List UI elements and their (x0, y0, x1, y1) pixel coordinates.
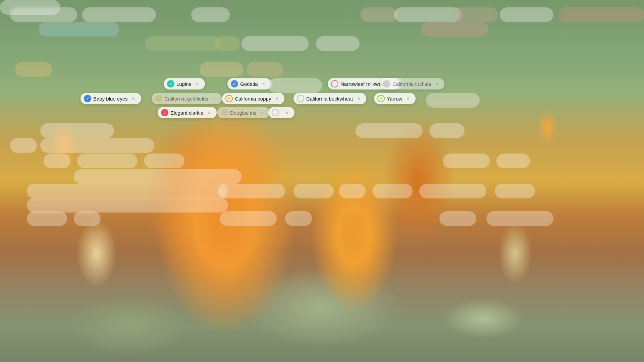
pill-lower-24[interactable] (439, 211, 476, 226)
pill-13[interactable] (241, 36, 309, 51)
pill-lower-2[interactable] (356, 123, 423, 138)
elegant-clarkia-icon (221, 109, 228, 116)
douglas-iris-icon (272, 109, 279, 116)
tag-narrowleaf-milkweed[interactable]: California fuchsia × (380, 78, 444, 89)
pill-lower-22[interactable] (220, 211, 277, 226)
california-buckwheat-icon (297, 95, 304, 102)
hummingbird-sage-label: Lupine (176, 81, 192, 87)
yarrow-label: Yarrow (387, 96, 402, 102)
pill-lower-5[interactable] (40, 138, 154, 153)
pill-lupine-godetia-gap[interactable] (268, 78, 322, 93)
pill-lower-20[interactable] (27, 211, 67, 226)
california-poppy-icon: ✦ (225, 95, 233, 102)
pill-10[interactable] (421, 22, 488, 37)
pill-lower-10[interactable] (27, 184, 228, 198)
pill-7[interactable] (500, 7, 553, 22)
pill-lower-4[interactable] (10, 138, 37, 153)
california-buckwheat-close[interactable]: × (356, 96, 362, 102)
pill-9[interactable] (39, 22, 119, 37)
pill-lower-19[interactable] (27, 198, 228, 213)
pill-lower-16[interactable] (495, 184, 535, 198)
california-fuchsia-close[interactable]: × (206, 110, 212, 116)
pill-11[interactable] (145, 36, 222, 51)
pill-8[interactable] (558, 7, 644, 22)
pill-lower-12[interactable] (293, 184, 334, 198)
narrowleaf-milkweed-icon (383, 80, 390, 87)
california-goldfields-icon (155, 95, 162, 102)
yarrow-close[interactable]: × (405, 96, 411, 102)
baby-blue-eyes-label: Baby blue eyes (93, 96, 128, 102)
pill-3[interactable] (191, 7, 230, 22)
baby-blue-eyes-close[interactable]: × (130, 96, 137, 102)
lupine-close[interactable]: × (261, 81, 267, 87)
pill-16[interactable] (200, 62, 243, 77)
tag-hummingbird-sage[interactable]: ✓ Lupine × (164, 78, 205, 89)
pill-lower-21[interactable] (74, 211, 101, 226)
lupine-icon: ✓ (231, 80, 238, 87)
pill-5[interactable] (394, 7, 461, 22)
california-fuchsia-icon: ✓ (161, 109, 168, 116)
tag-baby-blue-eyes[interactable]: ✓ Baby blue eyes × (80, 93, 141, 104)
narrowleaf-milkweed-label: California fuchsia (392, 81, 431, 87)
pill-lower-9[interactable] (74, 169, 241, 184)
tag-california-goldfields[interactable]: California goldfields × (152, 93, 222, 104)
pill-lower-14[interactable] (372, 184, 413, 198)
pill-lower-1[interactable] (40, 123, 114, 138)
pill-after-yarrow[interactable] (426, 93, 480, 108)
pill-lower-15[interactable] (419, 184, 486, 198)
pill-lower-3[interactable] (429, 123, 465, 138)
pill-lower-11[interactable] (218, 184, 285, 198)
pill-17[interactable] (247, 62, 283, 77)
pill-lower-17[interactable] (443, 154, 490, 168)
pill-lower-8[interactable] (144, 154, 184, 168)
yarrow-icon: ✦ (377, 95, 385, 102)
tag-douglas-iris[interactable]: × (268, 107, 294, 118)
pill-15[interactable] (15, 62, 52, 77)
pill-4[interactable] (361, 7, 397, 22)
california-fuchsia-label: Elegant clarkia (170, 110, 203, 116)
pill-lower-13[interactable] (339, 184, 366, 198)
california-buckwheat-label: California buckwheat (306, 96, 353, 102)
godetia-icon (331, 80, 338, 87)
baby-blue-eyes-icon: ✓ (84, 95, 91, 102)
pill-lower-7[interactable] (77, 154, 138, 168)
pill-lower-23[interactable] (285, 211, 312, 226)
california-poppy-label: California poppy (235, 96, 271, 102)
narrowleaf-milkweed-close[interactable]: × (434, 81, 440, 87)
pill-6[interactable] (0, 0, 60, 15)
pill-lower-25[interactable] (486, 211, 553, 226)
elegant-clarkia-close[interactable]: × (259, 110, 265, 116)
ui-layer: ✓ Lupine × ✓ Godetia × Narrowleaf milkwe… (0, 0, 644, 362)
california-goldfields-label: California goldfields (164, 96, 208, 102)
pill-2[interactable] (82, 7, 156, 22)
pill-lower-6[interactable] (44, 154, 70, 168)
tag-california-buckwheat[interactable]: California buckwheat × (293, 93, 366, 104)
douglas-iris-close[interactable]: × (284, 110, 290, 116)
elegant-clarkia-label: Douglas iris (230, 110, 256, 116)
pill-14[interactable] (316, 36, 360, 51)
pill-6b[interactable] (453, 7, 498, 22)
hummingbird-sage-close[interactable]: × (194, 81, 200, 87)
hummingbird-sage-icon: ✓ (167, 80, 174, 87)
lupine-label: Godetia (240, 81, 258, 87)
tag-california-poppy[interactable]: ✦ California poppy × (222, 93, 284, 104)
tag-yarrow[interactable]: ✦ Yarrow × (374, 93, 416, 104)
tag-lupine[interactable]: ✓ Godetia × (227, 78, 271, 89)
california-poppy-close[interactable]: × (274, 96, 280, 102)
california-goldfields-close[interactable]: × (211, 96, 217, 102)
tag-elegant-clarkia[interactable]: Douglas iris × (217, 107, 270, 118)
pill-12[interactable] (215, 36, 240, 51)
pill-lower-18[interactable] (496, 154, 530, 168)
tag-california-fuchsia[interactable]: ✓ Elegant clarkia × (158, 107, 217, 118)
